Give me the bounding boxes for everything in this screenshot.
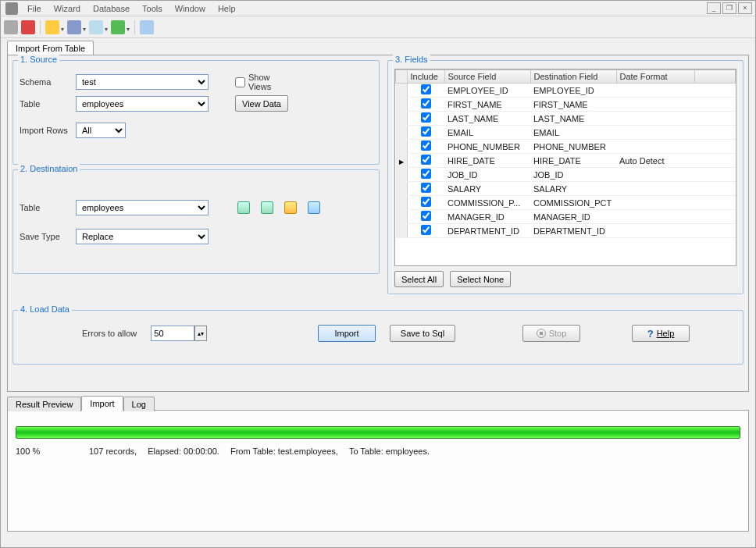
table-row[interactable]: DEPARTMENT_IDDEPARTMENT_ID	[396, 224, 736, 238]
schema-select[interactable]: test	[76, 74, 209, 90]
toolbar-icon-2[interactable]	[21, 20, 35, 34]
dest-field-cell[interactable]: SALARY	[530, 182, 616, 196]
include-checkbox[interactable]	[421, 126, 431, 137]
include-cell[interactable]	[407, 126, 444, 140]
dest-icon-4[interactable]	[305, 199, 323, 216]
include-checkbox[interactable]	[421, 225, 431, 235]
include-checkbox[interactable]	[421, 84, 431, 94]
date-format-cell[interactable]	[616, 196, 694, 210]
include-checkbox[interactable]	[421, 183, 431, 193]
dest-field-cell[interactable]: LAST_NAME	[530, 112, 616, 126]
restore-button[interactable]: ❐	[722, 2, 736, 14]
source-field-cell[interactable]: SALARY	[444, 182, 530, 196]
errors-input[interactable]	[151, 326, 194, 341]
tab-log[interactable]: Log	[123, 397, 155, 411]
source-table-select[interactable]: employees	[76, 96, 209, 112]
include-cell[interactable]	[407, 98, 444, 112]
table-row[interactable]: EMAILEMAIL	[396, 126, 736, 140]
date-format-cell[interactable]	[616, 168, 694, 182]
source-field-cell[interactable]: EMAIL	[444, 126, 530, 140]
tab-import[interactable]: Import	[81, 396, 123, 411]
include-checkbox[interactable]	[421, 141, 431, 151]
import-button[interactable]: Import	[318, 325, 376, 342]
tab-result-preview[interactable]: Result Preview	[7, 397, 81, 411]
dest-field-cell[interactable]: HIRE_DATE	[530, 154, 616, 168]
toolbar-icon-5[interactable]	[89, 20, 103, 34]
include-cell[interactable]	[407, 210, 444, 224]
import-rows-select[interactable]: All	[76, 123, 126, 138]
date-format-cell[interactable]	[616, 126, 694, 140]
include-cell[interactable]	[407, 224, 444, 238]
source-field-cell[interactable]: JOB_ID	[444, 168, 530, 182]
menu-database[interactable]: Database	[87, 2, 136, 15]
include-cell[interactable]	[407, 168, 444, 182]
table-row[interactable]: JOB_IDJOB_ID	[396, 168, 736, 182]
source-field-cell[interactable]: COMMISSION_P...	[444, 196, 530, 210]
save-to-sql-button[interactable]: Save to Sql	[390, 325, 455, 342]
date-format-cell[interactable]	[616, 224, 694, 238]
show-views-checkbox[interactable]: Show Views	[235, 73, 285, 91]
include-cell[interactable]	[407, 140, 444, 154]
include-cell[interactable]	[407, 84, 444, 98]
dest-field-cell[interactable]: COMMISSION_PCT	[530, 196, 616, 210]
dest-field-cell[interactable]: FIRST_NAME	[530, 98, 616, 112]
include-checkbox[interactable]	[421, 197, 431, 207]
minimize-button[interactable]: _	[707, 2, 721, 14]
table-row[interactable]: MANAGER_IDMANAGER_ID	[396, 210, 736, 224]
include-checkbox[interactable]	[421, 155, 431, 165]
menu-tools[interactable]: Tools	[136, 2, 169, 15]
include-checkbox[interactable]	[421, 169, 431, 179]
toolbar-icon-1[interactable]	[4, 20, 18, 34]
dropdown-icon[interactable]: ▾	[61, 21, 64, 33]
col-include[interactable]: Include	[407, 70, 444, 84]
date-format-cell[interactable]	[616, 112, 694, 126]
table-row[interactable]: EMPLOYEE_IDEMPLOYEE_ID	[396, 84, 736, 98]
menu-window[interactable]: Window	[169, 2, 212, 15]
dest-field-cell[interactable]: MANAGER_ID	[530, 210, 616, 224]
select-all-button[interactable]: Select All	[394, 271, 444, 287]
fields-grid[interactable]: Include Source Field Destination Field D…	[394, 69, 736, 266]
table-row[interactable]: FIRST_NAMEFIRST_NAME	[396, 98, 736, 112]
source-field-cell[interactable]: PHONE_NUMBER	[444, 140, 530, 154]
menu-file[interactable]: File	[21, 2, 48, 15]
dropdown-icon[interactable]: ▾	[83, 21, 86, 33]
help-button[interactable]: ?Help	[632, 325, 690, 342]
dest-field-cell[interactable]: EMPLOYEE_ID	[530, 84, 616, 98]
include-cell[interactable]	[407, 154, 444, 168]
source-field-cell[interactable]: LAST_NAME	[444, 112, 530, 126]
table-row[interactable]: LAST_NAMELAST_NAME	[396, 112, 736, 126]
dropdown-icon[interactable]: ▾	[127, 21, 130, 33]
tab-import-from-table[interactable]: Import From Table	[7, 41, 94, 55]
date-format-cell[interactable]	[616, 210, 694, 224]
dest-table-select[interactable]: employees	[76, 200, 209, 215]
col-datefmt[interactable]: Date Format	[616, 70, 694, 84]
include-cell[interactable]	[407, 196, 444, 210]
source-field-cell[interactable]: DEPARTMENT_ID	[444, 224, 530, 238]
toolbar-icon-6[interactable]	[111, 20, 125, 34]
col-source[interactable]: Source Field	[444, 70, 530, 84]
toolbar-icon-4[interactable]	[67, 20, 81, 34]
include-checkbox[interactable]	[421, 112, 431, 123]
date-format-cell[interactable]	[616, 98, 694, 112]
stop-button[interactable]: Stop	[522, 325, 580, 342]
source-field-cell[interactable]: MANAGER_ID	[444, 210, 530, 224]
dest-field-cell[interactable]: EMAIL	[530, 126, 616, 140]
include-cell[interactable]	[407, 182, 444, 196]
dest-field-cell[interactable]: DEPARTMENT_ID	[530, 224, 616, 238]
date-format-cell[interactable]	[616, 84, 694, 98]
date-format-cell[interactable]	[616, 140, 694, 154]
table-row[interactable]: PHONE_NUMBERPHONE_NUMBER	[396, 140, 736, 154]
toolbar-icon-3[interactable]	[45, 20, 59, 34]
date-format-cell[interactable]	[616, 182, 694, 196]
dest-icon-2[interactable]	[259, 199, 276, 216]
close-button[interactable]: ×	[738, 2, 752, 14]
menu-wizard[interactable]: Wizard	[48, 2, 87, 15]
include-checkbox[interactable]	[421, 98, 431, 109]
dropdown-icon[interactable]: ▾	[105, 21, 108, 33]
table-row[interactable]: SALARYSALARY	[396, 182, 736, 196]
save-type-select[interactable]: Replace	[76, 229, 209, 244]
select-none-button[interactable]: Select None	[450, 271, 511, 287]
errors-spinner[interactable]: ▴▾	[194, 326, 207, 341]
dest-field-cell[interactable]: JOB_ID	[530, 168, 616, 182]
dest-icon-1[interactable]	[235, 199, 252, 216]
